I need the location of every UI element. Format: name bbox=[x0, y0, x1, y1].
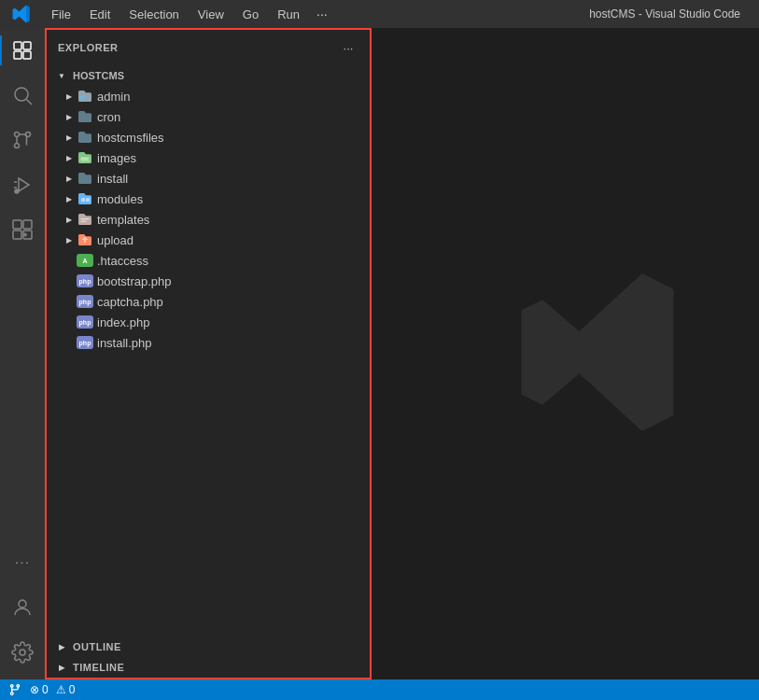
svg-rect-0 bbox=[14, 42, 21, 49]
root-label: HOSTCMS bbox=[73, 70, 124, 81]
titlebar: File Edit Selection View Go Run ··· host… bbox=[0, 0, 759, 28]
svg-rect-14 bbox=[13, 220, 21, 229]
folder-icon-templates bbox=[77, 211, 93, 228]
activity-more[interactable]: ··· bbox=[0, 540, 45, 585]
activity-explorer[interactable] bbox=[0, 28, 45, 73]
chevron-install bbox=[62, 171, 77, 186]
chevron-outline bbox=[54, 639, 69, 654]
explorer-more-btn[interactable]: ··· bbox=[338, 37, 358, 58]
folder-icon-admin bbox=[77, 88, 93, 105]
svg-rect-3 bbox=[23, 51, 31, 59]
svg-point-8 bbox=[15, 144, 20, 148]
activity-extensions[interactable] bbox=[0, 207, 45, 252]
file-icon-index: php bbox=[77, 314, 93, 330]
menu-selection[interactable]: Selection bbox=[119, 0, 188, 28]
file-icon-bootstrap: php bbox=[77, 273, 93, 289]
item-label-hostcmsfiles: hostcmsfiles bbox=[97, 131, 164, 145]
tree-item-images[interactable]: images bbox=[47, 147, 370, 168]
menu-view[interactable]: View bbox=[189, 0, 233, 28]
folder-icon-upload bbox=[77, 231, 93, 248]
menu-go[interactable]: Go bbox=[233, 0, 268, 28]
item-label-install: install bbox=[97, 172, 128, 186]
tree-item-cron[interactable]: cron bbox=[47, 106, 370, 127]
svg-point-19 bbox=[20, 650, 25, 655]
vscode-logo bbox=[0, 5, 42, 23]
item-label-admin: admin bbox=[97, 90, 130, 104]
tree-item-modules[interactable]: modules bbox=[47, 189, 370, 209]
svg-marker-10 bbox=[19, 178, 29, 191]
error-icon: ⊗ bbox=[30, 683, 39, 696]
activity-account[interactable] bbox=[0, 585, 45, 630]
menu-file[interactable]: File bbox=[42, 0, 80, 28]
svg-point-11 bbox=[15, 189, 19, 193]
main-area: ··· EXPLORER ··· bbox=[0, 28, 759, 679]
svg-point-4 bbox=[15, 88, 28, 101]
chevron-upload bbox=[62, 232, 77, 247]
chevron-captcha bbox=[62, 294, 77, 309]
svg-rect-22 bbox=[81, 198, 85, 202]
svg-rect-16 bbox=[13, 231, 21, 239]
explorer-header: EXPLORER ··· bbox=[47, 30, 370, 65]
activity-run-debug[interactable] bbox=[0, 162, 45, 207]
svg-rect-25 bbox=[81, 221, 87, 222]
outline-section[interactable]: OUTLINE bbox=[47, 637, 370, 657]
statusbar-warnings[interactable]: ⚠ 0 bbox=[56, 683, 76, 696]
item-label-upload: upload bbox=[97, 233, 134, 247]
activity-settings[interactable] bbox=[0, 630, 45, 675]
item-label-captcha: captcha.php bbox=[97, 295, 163, 309]
editor-area bbox=[372, 28, 759, 679]
folder-icon-cron bbox=[77, 108, 93, 125]
tree-item-admin[interactable]: admin bbox=[47, 86, 370, 106]
item-label-install-php: install.php bbox=[97, 336, 152, 350]
tree-item-install[interactable]: install bbox=[47, 168, 370, 189]
tree-item-index[interactable]: php index.php bbox=[47, 312, 370, 332]
menu-edit[interactable]: Edit bbox=[80, 0, 119, 28]
menu-more[interactable]: ··· bbox=[309, 0, 335, 28]
item-label-bootstrap: bootstrap.php bbox=[97, 274, 172, 288]
window-title: hostCMS - Visual Studio Code bbox=[589, 7, 740, 21]
statusbar: ⊗ 0 ⚠ 0 bbox=[0, 679, 759, 700]
folder-icon-hostcmsfiles bbox=[77, 129, 93, 146]
chevron-bootstrap bbox=[62, 273, 77, 288]
git-branch-icon bbox=[7, 682, 22, 697]
chevron-install-php bbox=[62, 335, 77, 350]
error-count: 0 bbox=[42, 683, 49, 696]
statusbar-errors[interactable]: ⊗ 0 bbox=[30, 683, 49, 696]
tree-item-captcha[interactable]: php captcha.php bbox=[47, 291, 370, 312]
item-label-images: images bbox=[97, 151, 136, 165]
tree-item-bootstrap[interactable]: php bootstrap.php bbox=[47, 271, 370, 291]
tree-item-upload[interactable]: upload bbox=[47, 230, 370, 250]
chevron-timeline bbox=[54, 660, 69, 675]
chevron-admin bbox=[62, 89, 77, 104]
timeline-section[interactable]: TIMELINE bbox=[47, 657, 370, 678]
warning-icon: ⚠ bbox=[56, 683, 66, 696]
activity-search[interactable] bbox=[0, 73, 45, 118]
chevron-htaccess bbox=[62, 253, 77, 268]
menu-run[interactable]: Run bbox=[268, 0, 309, 28]
explorer-title: EXPLORER bbox=[58, 42, 119, 53]
statusbar-left: ⊗ 0 ⚠ 0 bbox=[7, 682, 75, 697]
svg-point-6 bbox=[15, 133, 20, 137]
tree-item-htaccess[interactable]: A .htaccess bbox=[47, 250, 370, 271]
svg-rect-2 bbox=[14, 51, 21, 59]
activity-source-control[interactable] bbox=[0, 118, 45, 162]
tree-root-hostcms[interactable]: HOSTCMS bbox=[47, 65, 370, 86]
vscode-watermark bbox=[516, 269, 684, 440]
explorer-actions: ··· bbox=[338, 37, 358, 58]
sidebar: EXPLORER ··· HOSTCMS bbox=[45, 28, 372, 679]
chevron-hostcms bbox=[54, 68, 69, 83]
file-icon-captcha: php bbox=[77, 293, 93, 310]
chevron-index bbox=[62, 315, 77, 329]
item-label-index: index.php bbox=[97, 315, 149, 329]
chevron-templates bbox=[62, 212, 77, 227]
svg-rect-15 bbox=[23, 220, 32, 229]
tree-item-hostcmsfiles[interactable]: hostcmsfiles bbox=[47, 127, 370, 147]
tree-item-templates[interactable]: templates bbox=[47, 209, 370, 230]
menu-bar: File Edit Selection View Go Run ··· bbox=[42, 0, 335, 28]
item-label-cron: cron bbox=[97, 110, 120, 124]
file-tree: HOSTCMS admin bbox=[47, 65, 370, 637]
svg-line-5 bbox=[27, 100, 33, 105]
tree-item-install-php[interactable]: php install.php bbox=[47, 332, 370, 353]
file-icon-htaccess: A bbox=[77, 252, 93, 269]
svg-rect-23 bbox=[86, 198, 90, 202]
